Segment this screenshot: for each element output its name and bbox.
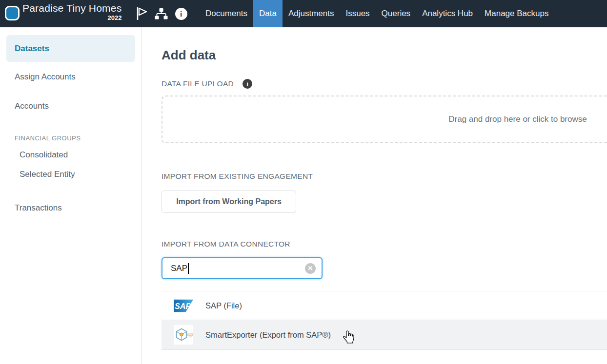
nav-tab-queries[interactable]: Queries (376, 0, 417, 27)
top-navigation-bar: Paradise Tiny Homes 2022 i Documents Dat… (0, 0, 607, 27)
engagement-year: 2022 (22, 14, 121, 21)
nav-tab-adjustments[interactable]: Adjustments (283, 0, 340, 27)
result-row-smartexporter[interactable]: SmartExporter (Export from SAP®) (162, 320, 607, 350)
primary-nav: Documents Data Adjustments Issues Querie… (200, 0, 554, 27)
sidebar-item-transactions[interactable]: Transactions (15, 203, 62, 213)
app-logo-icon[interactable] (5, 6, 20, 20)
search-input-value: SAP (171, 264, 187, 273)
connector-search-input[interactable]: SAP ✕ (162, 257, 323, 279)
app-window: Paradise Tiny Homes 2022 i Documents Dat… (0, 0, 607, 364)
nav-tab-analytics-hub[interactable]: Analytics Hub (416, 0, 479, 27)
upload-info-icon[interactable]: i (243, 79, 252, 89)
clear-search-icon[interactable]: ✕ (305, 263, 316, 274)
result-label: SAP (File) (205, 301, 242, 310)
result-label: SmartExporter (Export from SAP®) (205, 330, 331, 340)
page-title: Add data (162, 48, 216, 63)
text-caret (188, 263, 189, 274)
sidebar-item-assign-accounts[interactable]: Assign Accounts (15, 72, 76, 82)
sitemap-icon-glyph (155, 8, 168, 20)
file-dropzone[interactable]: Drag and drop here or click to browse (162, 96, 607, 143)
engagement-title[interactable]: Paradise Tiny Homes 2022 (22, 2, 121, 21)
sidebar-item-selected-entity[interactable]: Selected Entity (20, 170, 75, 179)
sidebar-item-consolidated[interactable]: Consolidated (20, 150, 68, 160)
data-file-upload-label: DATA FILE UPLOAD (162, 79, 234, 88)
sitemap-icon[interactable] (153, 0, 169, 27)
import-existing-engagement-label: IMPORT FROM EXISTING ENGAGEMENT (162, 172, 313, 181)
import-data-connector-label: IMPORT FROM DATA CONNECTOR (162, 240, 290, 249)
sidebar-item-accounts[interactable]: Accounts (15, 101, 49, 111)
svg-text:SAP: SAP (175, 301, 191, 310)
nav-tab-data[interactable]: Data (253, 0, 283, 27)
nav-tab-manage-backups[interactable]: Manage Backups (479, 0, 554, 27)
nav-tab-issues[interactable]: Issues (340, 0, 375, 27)
import-working-papers-button[interactable]: Import from Working Papers (162, 191, 296, 213)
entity-name: Paradise Tiny Homes (22, 2, 121, 14)
nav-tab-documents[interactable]: Documents (200, 0, 253, 27)
smartexporter-icon (174, 325, 193, 345)
info-icon[interactable]: i (174, 0, 188, 27)
flag-icon[interactable] (135, 0, 149, 27)
flag-icon-glyph (136, 6, 148, 21)
main-content: Add data DATA FILE UPLOAD i Drag and dro… (142, 27, 607, 364)
data-file-upload-header: DATA FILE UPLOAD i (162, 79, 252, 89)
connector-results-list: SAP SAP (File) SmartExporter (E (162, 291, 607, 350)
info-icon-glyph: i (175, 8, 187, 20)
dropzone-text: Drag and drop here or click to browse (448, 115, 587, 124)
sidebar: Datasets Assign Accounts Accounts FINANC… (0, 27, 142, 364)
result-row-sap-file[interactable]: SAP SAP (File) (162, 291, 607, 320)
sidebar-section-financial-groups: FINANCIAL GROUPS (15, 134, 81, 142)
sidebar-item-datasets[interactable]: Datasets (6, 35, 135, 62)
sap-logo: SAP (174, 296, 193, 315)
